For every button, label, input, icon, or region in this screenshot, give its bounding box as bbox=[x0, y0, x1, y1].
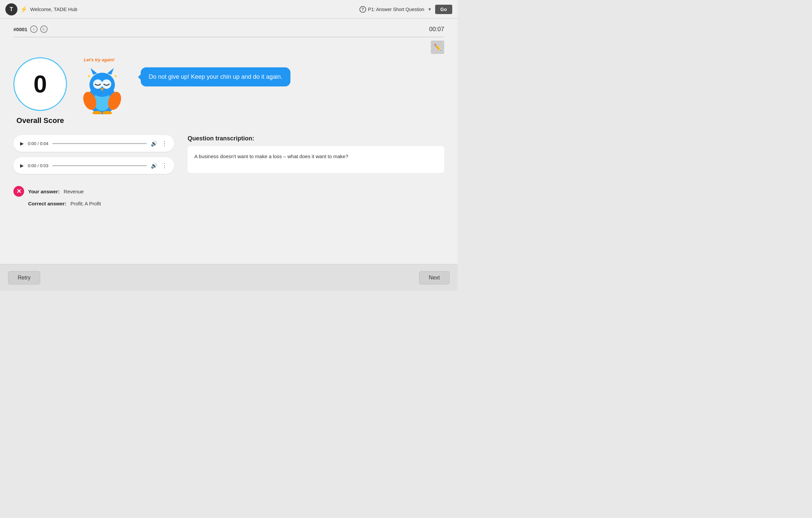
score-circle: 0 bbox=[13, 57, 67, 111]
transcription-label: Question transcription: bbox=[187, 135, 444, 142]
welcome-text: Welcome, TADE Hub bbox=[30, 6, 77, 12]
owl-icon: ★ ★ bbox=[80, 67, 127, 119]
question-type-info: ? P1: Answer Short Question bbox=[359, 6, 425, 13]
overall-score-label: Overall Score bbox=[17, 116, 64, 125]
bottom-bar: Retry Next bbox=[0, 264, 458, 291]
content-header-left: #0001 i ⎘ bbox=[13, 26, 48, 33]
timer: 00:07 bbox=[429, 26, 444, 33]
header-divider bbox=[13, 37, 444, 37]
mascot-container: Let's try again! bbox=[80, 61, 127, 119]
transcription-box: A business doesn't want to make a loss –… bbox=[187, 146, 444, 173]
right-column: Question transcription: A business doesn… bbox=[187, 135, 444, 206]
audio-time-2: 0:00 / 0:03 bbox=[28, 163, 48, 168]
answer-section: ✕ Your answer: Revenue Correct answer: P… bbox=[13, 186, 174, 206]
audio-progress-bar-1[interactable] bbox=[52, 143, 147, 144]
content-header: #0001 i ⎘ 00:07 bbox=[13, 26, 444, 33]
info-icon[interactable]: i bbox=[30, 26, 37, 33]
copy-icon[interactable]: ⎘ bbox=[40, 26, 48, 33]
help-icon[interactable]: ? bbox=[359, 6, 366, 13]
go-button[interactable]: Go bbox=[435, 5, 452, 14]
volume-icon-2[interactable]: 🔊 bbox=[151, 163, 157, 169]
question-number: #0001 bbox=[13, 26, 27, 32]
svg-point-6 bbox=[102, 79, 111, 89]
audio-progress-bar-2[interactable] bbox=[52, 165, 147, 166]
top-bar-left: T ⚡ Welcome, TADE Hub bbox=[5, 3, 356, 16]
score-section: 0 Overall Score Let's try again! bbox=[13, 57, 444, 125]
audio-player-1: ▶ 0:00 / 0:04 🔊 ⋮ bbox=[13, 135, 174, 152]
svg-marker-4 bbox=[107, 68, 114, 75]
audio-time-1: 0:00 / 0:04 bbox=[28, 141, 48, 146]
your-answer-value: Revenue bbox=[64, 189, 84, 194]
correct-answer-label: Correct answer: bbox=[28, 201, 66, 206]
svg-text:★: ★ bbox=[87, 74, 91, 78]
your-answer-label: Your answer: bbox=[28, 189, 60, 194]
left-column: ▶ 0:00 / 0:04 🔊 ⋮ ▶ 0:00 / 0:03 🔊 ⋮ bbox=[13, 135, 174, 206]
score-circle-wrapper: 0 Overall Score bbox=[13, 57, 67, 125]
audio-player-2: ▶ 0:00 / 0:03 🔊 ⋮ bbox=[13, 157, 174, 174]
svg-marker-3 bbox=[90, 68, 97, 75]
avatar: T bbox=[5, 3, 18, 16]
correct-answer-value: Profit; A Profit bbox=[70, 201, 101, 206]
next-button[interactable]: Next bbox=[419, 271, 450, 285]
play-button-2[interactable]: ▶ bbox=[20, 163, 24, 168]
wrong-icon: ✕ bbox=[13, 186, 24, 197]
speech-bubble: Do not give up! Keep your chin up and do… bbox=[141, 67, 290, 86]
play-button-1[interactable]: ▶ bbox=[20, 141, 24, 146]
volume-icon-1[interactable]: 🔊 bbox=[151, 140, 157, 147]
edit-icon-button[interactable]: ✏️ bbox=[431, 40, 444, 54]
svg-point-5 bbox=[93, 79, 103, 89]
svg-text:★: ★ bbox=[114, 74, 118, 78]
more-options-1[interactable]: ⋮ bbox=[162, 140, 168, 147]
content-columns: ▶ 0:00 / 0:04 🔊 ⋮ ▶ 0:00 / 0:03 🔊 ⋮ bbox=[13, 135, 444, 206]
your-answer-row: ✕ Your answer: Revenue bbox=[13, 186, 174, 197]
top-bar: T ⚡ Welcome, TADE Hub ? P1: Answer Short… bbox=[0, 0, 458, 19]
lets-try-again-text: Let's try again! bbox=[84, 57, 115, 62]
more-options-2[interactable]: ⋮ bbox=[162, 162, 168, 169]
main-content: #0001 i ⎘ 00:07 ✏️ 0 Overall Score Let's… bbox=[0, 19, 458, 264]
correct-answer-row: Correct answer: Profit; A Profit bbox=[13, 201, 174, 206]
top-bar-right: ? P1: Answer Short Question ▼ Go bbox=[359, 5, 452, 14]
lightning-icon: ⚡ bbox=[20, 6, 27, 13]
question-type-label: P1: Answer Short Question bbox=[368, 7, 425, 12]
dropdown-arrow-icon[interactable]: ▼ bbox=[428, 7, 432, 12]
retry-button[interactable]: Retry bbox=[8, 271, 40, 285]
